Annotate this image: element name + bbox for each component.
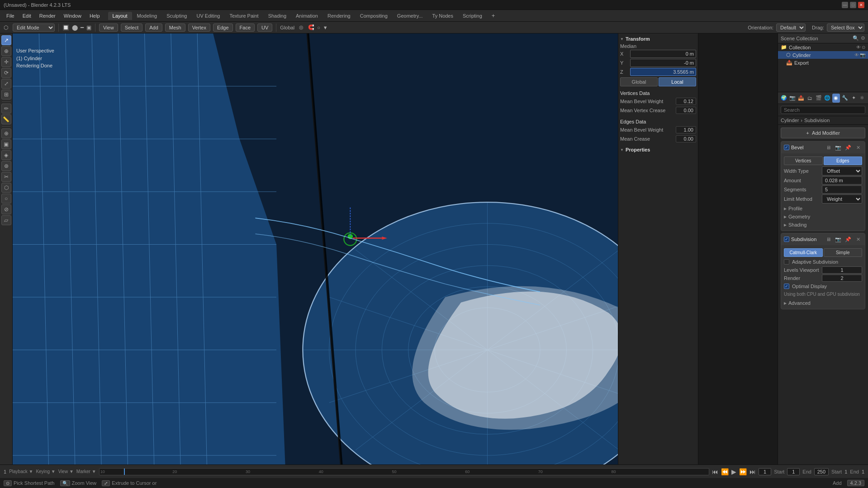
pivot-icon[interactable]: ◎ <box>299 24 304 30</box>
add-modifier-button[interactable]: + Add Modifier <box>781 128 865 138</box>
edge-select-icon[interactable]: ━ <box>81 24 84 31</box>
tool-smooth[interactable]: ○ <box>1 194 11 204</box>
eye-icon[interactable]: 👁 <box>856 45 861 50</box>
marker-btn[interactable]: Marker ▼ <box>76 469 96 474</box>
snap-icon[interactable]: 🧲 <box>308 24 314 30</box>
tool-shrink-fatten[interactable]: ⊘ <box>1 204 11 214</box>
global-toggle[interactable]: Global <box>620 77 658 86</box>
z-field[interactable]: 3.5565 m <box>630 68 696 76</box>
play-btn[interactable]: ▶ <box>731 468 736 475</box>
mean-bevel-weight-e-val[interactable]: 1.00 <box>676 126 696 133</box>
adaptive-checkbox[interactable] <box>784 259 789 265</box>
tab-modeling[interactable]: Modeling <box>133 12 162 20</box>
bevel-visible-checkbox[interactable]: ✓ <box>784 145 789 150</box>
profile-section[interactable]: Profile <box>784 204 862 213</box>
optimal-display-checkbox[interactable]: ✓ <box>784 284 789 289</box>
select-menu[interactable]: Select <box>121 24 143 32</box>
tab-texture-paint[interactable]: Texture Paint <box>225 12 263 20</box>
vertex-menu[interactable]: Vertex <box>188 24 210 32</box>
tool-cursor[interactable]: ⊕ <box>1 46 11 56</box>
mean-crease-val[interactable]: 0.00 <box>676 135 696 142</box>
prev-frame-btn[interactable]: ⏪ <box>721 468 729 475</box>
tool-annotate[interactable]: ✏ <box>1 104 11 114</box>
tool-bevel[interactable]: ◈ <box>1 150 11 160</box>
catmull-clark-btn[interactable]: Catmull-Clark <box>784 248 823 257</box>
minimize-button[interactable]: — <box>842 2 848 8</box>
face-select-icon[interactable]: ▣ <box>86 24 91 31</box>
menu-render[interactable]: Render <box>36 12 59 19</box>
outliner-item-export[interactable]: 📤 Export <box>778 59 868 66</box>
subd-pin-icon[interactable]: 📌 <box>844 235 852 243</box>
tool-move[interactable]: ✛ <box>1 57 11 67</box>
prop-render-icon[interactable]: 📷 <box>788 94 796 103</box>
tab-geometry[interactable]: Geometry... <box>393 12 427 20</box>
prop-particles-icon[interactable]: ✦ <box>849 94 857 103</box>
prop-physics-icon[interactable]: ⚛ <box>859 94 866 103</box>
transform-title[interactable]: Transform <box>620 35 696 43</box>
prop-object-icon[interactable]: ◉ <box>832 94 840 103</box>
eye-icon2[interactable]: 👁 <box>854 52 859 57</box>
simple-btn[interactable]: Simple <box>824 248 863 257</box>
edit-mode-select[interactable]: Edit Mode Object Mode Sculpt Mode <box>13 24 55 32</box>
x-field[interactable]: 0 m <box>630 50 696 58</box>
tab-scripting[interactable]: Scripting <box>458 12 487 20</box>
playback-btn[interactable]: Playback ▼ <box>9 469 33 474</box>
jump-end-btn[interactable]: ⏭ <box>749 468 756 475</box>
view-menu[interactable]: View <box>99 24 118 32</box>
menu-help[interactable]: Help <box>86 12 104 19</box>
timeline-track[interactable]: 10 20 30 40 50 60 70 80 <box>99 468 710 475</box>
bevel-edges-tab[interactable]: Edges <box>824 156 863 165</box>
menu-file[interactable]: File <box>3 12 18 19</box>
mesh-menu[interactable]: Mesh <box>165 24 185 32</box>
outliner-filter-icon[interactable]: 🔍 <box>853 35 859 41</box>
advanced-section[interactable]: Advanced <box>784 299 862 307</box>
limit-method-select[interactable]: Weight Angle None <box>822 194 862 204</box>
tab-sculpting[interactable]: Sculpting <box>162 12 191 20</box>
tool-fill[interactable]: ⬡ <box>1 183 11 193</box>
tab-rendering[interactable]: Rendering <box>323 12 355 20</box>
tool-scale[interactable]: ⤢ <box>1 79 11 89</box>
tool-extrude[interactable]: ⊕ <box>1 128 11 138</box>
tab-ty-nodes[interactable]: Ty Nodes <box>428 12 458 20</box>
mean-bevel-weight-v-val[interactable]: 0.12 <box>676 98 696 105</box>
outliner-settings-icon[interactable]: ⚙ <box>861 35 865 41</box>
bevel-render-icon[interactable]: 📷 <box>834 143 842 152</box>
tool-knife[interactable]: ✂ <box>1 172 11 182</box>
proportional-icon[interactable]: ○ <box>317 25 320 30</box>
prop-output-icon[interactable]: 📤 <box>797 94 805 103</box>
prop-scene-icon[interactable]: 🌍 <box>780 94 787 103</box>
subd-visible-checkbox[interactable]: ✓ <box>784 237 789 242</box>
end-frame-input[interactable]: 250 <box>814 468 829 475</box>
drag-select[interactable]: Select Box <box>827 24 864 32</box>
subd-delete-icon[interactable]: ✕ <box>854 235 862 243</box>
subdivision-header[interactable]: ✓ Subdivision 🖥 📷 📌 ✕ <box>781 233 865 245</box>
width-type-select[interactable]: Offset Width Depth <box>822 166 862 175</box>
keying-btn[interactable]: Keying ▼ <box>36 469 55 474</box>
y-field[interactable]: -0 m <box>630 59 696 67</box>
bevel-vertices-tab[interactable]: Vertices <box>784 156 823 165</box>
close-button[interactable]: ✕ <box>858 2 864 8</box>
geometry-section[interactable]: Geometry <box>784 213 862 221</box>
orientation-select[interactable]: Default <box>776 24 806 32</box>
start-frame-input[interactable]: 1 <box>787 468 800 475</box>
uv-menu[interactable]: UV <box>257 24 272 32</box>
amount-value[interactable]: 0.028 m <box>822 176 862 185</box>
outliner-item-cylinder[interactable]: ⬡ Cylinder 👁 📷 <box>778 51 868 59</box>
prop-scene-data-icon[interactable]: 🎬 <box>815 94 822 103</box>
next-frame-btn[interactable]: ⏩ <box>739 468 747 475</box>
tool-loop-cut[interactable]: ⊛ <box>1 161 11 171</box>
tool-icon[interactable]: ▼ <box>323 25 328 30</box>
breadcrumb-cylinder[interactable]: Cylinder <box>781 118 799 123</box>
render-icon[interactable]: 📷 <box>860 52 865 57</box>
outliner-item-collection[interactable]: 📁 Collection 👁 ⊙ <box>778 43 868 51</box>
tool-transform[interactable]: ⊞ <box>1 90 11 99</box>
maximize-button[interactable]: □ <box>850 2 856 8</box>
segments-value[interactable]: 5 <box>822 185 862 194</box>
tool-rotate[interactable]: ⟳ <box>1 68 11 78</box>
prop-modifier-icon[interactable]: 🔧 <box>841 94 849 103</box>
current-frame-input[interactable]: 1 <box>759 468 771 475</box>
cursor-icon[interactable]: ⊙ <box>862 45 865 50</box>
timeline-view-btn[interactable]: View ▼ <box>58 469 74 474</box>
local-toggle[interactable]: Local <box>659 77 696 86</box>
tab-uv-editing[interactable]: UV Editing <box>192 12 224 20</box>
